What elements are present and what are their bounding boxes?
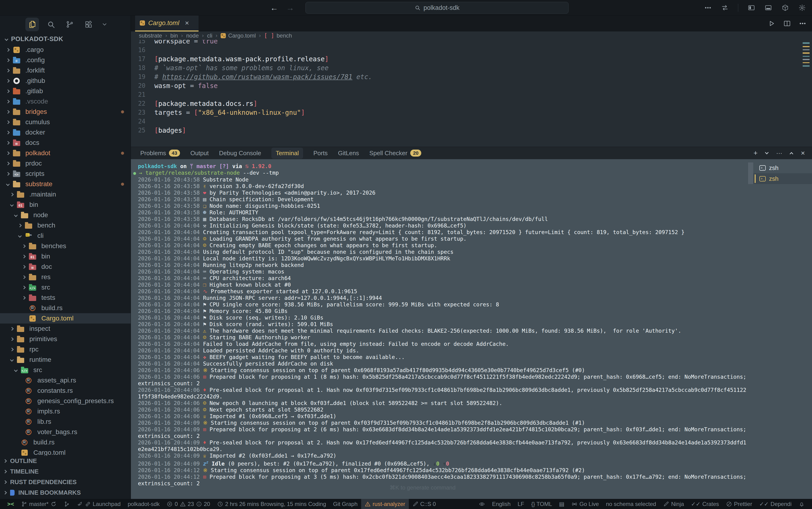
tree-item-substrate[interactable]: substrate <box>0 179 131 189</box>
section-inline-bookmarks[interactable]: INLINE BOOKMARKS <box>0 487 131 498</box>
activity-source-control[interactable] <box>63 18 76 31</box>
panel-tab-ports[interactable]: Ports <box>314 149 328 157</box>
statusbar-time-tracker[interactable]: 2 hrs 26 mins Browsing, 15 mins Coding <box>214 499 330 509</box>
chevron-up-icon[interactable] <box>790 152 793 156</box>
tree-item-tests[interactable]: tests <box>0 293 131 303</box>
terminal-instance-2[interactable]: >_zsh <box>753 173 812 184</box>
close-panel-icon[interactable]: × <box>801 149 805 157</box>
section-timeline[interactable]: TIMELINE <box>0 466 131 477</box>
activity-search[interactable] <box>44 18 58 31</box>
more-ellipsis-icon[interactable] <box>799 20 806 27</box>
tree-item-polkadot[interactable]: polkadot <box>0 148 131 158</box>
panel-tab-problems[interactable]: Problems43 <box>140 149 180 157</box>
terminal-scrollbar[interactable] <box>748 163 753 184</box>
tree-item-src[interactable]: </>src <box>0 365 131 375</box>
activity-extensions[interactable] <box>82 18 95 31</box>
split-icon[interactable] <box>783 20 791 27</box>
tree-item--gitlab[interactable]: .gitlab <box>0 86 131 96</box>
tree-item-node[interactable]: node <box>0 210 131 220</box>
tree-item-cargo-toml[interactable]: Cargo.toml <box>0 313 131 324</box>
tree-item-inspect[interactable]: inspect <box>0 324 131 334</box>
minimap[interactable] <box>803 42 810 67</box>
tree-item-cargo-toml[interactable]: Cargo.toml <box>0 447 131 456</box>
chevron-down-icon[interactable] <box>101 21 108 28</box>
tree-item-res[interactable]: res <box>0 272 131 282</box>
tree-item-genesis-config-presets-rs[interactable]: Rgenesis_config_presets.rs <box>0 396 131 406</box>
breadcrumb-item-bench[interactable]: [ ]bench <box>264 32 292 39</box>
statusbar-problems-summary[interactable]: 02320 <box>163 499 214 509</box>
nav-back-icon[interactable]: ← <box>270 3 278 12</box>
panel-tab-debug-console[interactable]: Debug Console <box>219 149 261 157</box>
tree-item-src[interactable]: </>src <box>0 282 131 293</box>
tree-item-benches[interactable]: benches <box>0 241 131 251</box>
tree-item-primitives[interactable]: primitives <box>0 334 131 344</box>
tree-item-cli[interactable]: >_cli <box>0 231 131 241</box>
tree-item-bin[interactable]: 01bin <box>0 251 131 262</box>
statusbar-code-stats[interactable]: C::S 0 <box>409 499 440 509</box>
explorer-root-header[interactable]: POLKADOT-SDK <box>0 33 131 45</box>
statusbar-workspace-name[interactable]: polkadot-sdk <box>124 499 163 509</box>
tree-item-voter-bags-rs[interactable]: Rvoter_bags.rs <box>0 427 131 437</box>
command-center-search[interactable]: polkadot-sdk <box>305 2 569 13</box>
breadcrumb-item-node[interactable]: node <box>186 32 198 39</box>
tree-item-assets-api-rs[interactable]: Rassets_api.rs <box>0 375 131 385</box>
layout-sidebar-icon[interactable] <box>748 4 755 11</box>
terminal-output[interactable]: polkadot-sdk on ᛘ master [?] via ♋ 1.92.… <box>131 159 753 499</box>
statusbar-notifications-bell[interactable] <box>795 499 808 509</box>
run-icon[interactable] <box>768 20 775 27</box>
close-icon[interactable]: × <box>185 19 189 27</box>
panel-tab-terminal[interactable]: Terminal <box>271 148 303 159</box>
tree-item-docs[interactable]: ▤docs <box>0 138 131 148</box>
tree-item--vscode[interactable]: .vscode <box>0 96 131 107</box>
tree-item-doc[interactable]: ▤doc <box>0 262 131 272</box>
tree-item-rpc[interactable]: rpc <box>0 344 131 354</box>
layout-panel-icon[interactable] <box>765 4 772 11</box>
statusbar-eol[interactable]: LF <box>514 499 528 509</box>
panel-tab-output[interactable]: Output <box>190 149 208 157</box>
tree-item-build-rs[interactable]: Rbuild.rs <box>0 303 131 313</box>
tree-item-impls-rs[interactable]: Rimpls.rs <box>0 406 131 416</box>
statusbar-file-type[interactable]: {} TOML <box>528 499 556 509</box>
statusbar-schema[interactable]: no schema selected <box>603 499 659 509</box>
activity-files[interactable] <box>25 18 39 31</box>
nav-forward-icon[interactable]: → <box>286 3 294 12</box>
statusbar-ninja[interactable]: Ninja <box>659 499 687 509</box>
tree-item--github[interactable]: .github <box>0 76 131 86</box>
breadcrumb-item-cli[interactable]: cli <box>207 32 213 39</box>
tree-item-scripts[interactable]: <>scripts <box>0 169 131 179</box>
gear-icon[interactable] <box>799 4 806 11</box>
statusbar-crates[interactable]: ✓✓Crates <box>687 499 722 509</box>
tree-item-bench[interactable]: bench <box>0 220 131 231</box>
statusbar-git-graph[interactable]: Git Graph <box>330 499 361 509</box>
chevron-down-icon[interactable] <box>765 150 769 154</box>
statusbar-go-live[interactable]: Go Live <box>568 499 603 509</box>
statusbar-layers[interactable]: ▤ <box>556 499 568 509</box>
statusbar-dependi[interactable]: ✓✓Dependi <box>756 499 795 509</box>
tree-item-lib-rs[interactable]: Rlib.rs <box>0 416 131 427</box>
tree-item--forklift[interactable]: .forklift <box>0 65 131 76</box>
breadcrumb-item-substrate[interactable]: substrate <box>139 32 162 39</box>
tree-item-build-rs[interactable]: Rbuild.rs <box>0 437 131 447</box>
tree-item-docker[interactable]: docker <box>0 127 131 138</box>
breadcrumb-item-bin[interactable]: bin <box>170 32 178 39</box>
tree-item-prdoc[interactable]: prdoc <box>0 158 131 169</box>
swap-icon[interactable] <box>721 4 728 11</box>
tree-item--cargo[interactable]: .cargo <box>0 45 131 55</box>
statusbar-preview-eye[interactable] <box>475 499 488 509</box>
section-rust-dependencies[interactable]: RUST DEPENDENCIES <box>0 477 131 487</box>
statusbar-remote-indicator[interactable]: >< <box>4 499 18 509</box>
breadcrumb-item-cargo-toml[interactable]: Cargo.toml <box>221 32 256 39</box>
cube-icon[interactable] <box>781 4 789 11</box>
statusbar-launchpad[interactable]: Launchpad <box>73 499 124 509</box>
tree-item-constants-rs[interactable]: Rconstants.rs <box>0 385 131 396</box>
panel-tab-gitlens[interactable]: GitLens <box>338 149 359 157</box>
statusbar-commit-graph[interactable] <box>60 499 73 509</box>
tree-item-runtime[interactable]: runtime <box>0 354 131 365</box>
more-ellipsis-icon[interactable]: ··· <box>776 149 782 157</box>
statusbar-git-branch[interactable]: master* <box>18 499 60 509</box>
code-editor[interactable]: 15workspace = true1617[package.metadata.… <box>131 40 812 147</box>
section-outline[interactable]: OUTLINE <box>0 456 131 466</box>
more-ellipsis-icon[interactable] <box>704 4 712 11</box>
statusbar-language[interactable]: English <box>488 499 514 509</box>
tree-item-cumulus[interactable]: cumulus <box>0 117 131 127</box>
